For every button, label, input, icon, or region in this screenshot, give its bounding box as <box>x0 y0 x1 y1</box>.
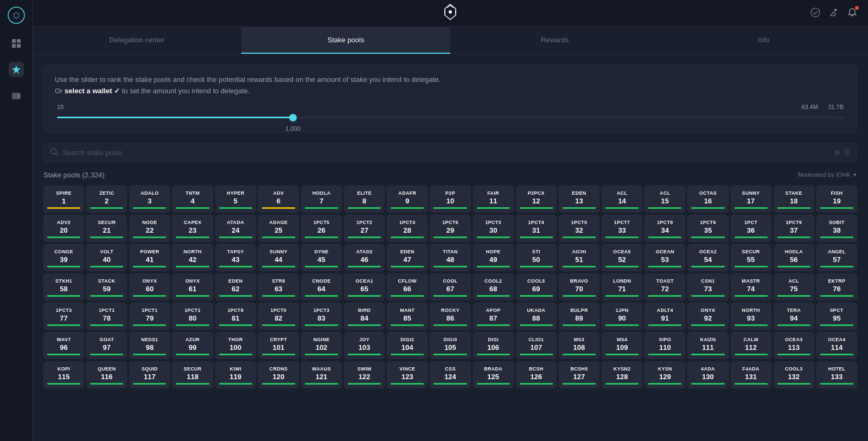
pool-card[interactable]: KYSN 129 <box>644 361 685 388</box>
tab-delegation-center[interactable]: Delegation center <box>33 27 241 54</box>
pool-card[interactable]: SUNNY 44 <box>258 244 299 271</box>
pool-card[interactable]: SECUR 21 <box>86 215 127 242</box>
pool-card[interactable]: ACL 15 <box>644 186 685 213</box>
pool-card[interactable]: TERA 94 <box>774 303 814 330</box>
pool-card[interactable]: GOAT 97 <box>86 332 127 359</box>
pool-card[interactable]: ATADA 24 <box>215 215 256 242</box>
pool-card[interactable]: BIRD 84 <box>344 303 385 330</box>
tab-stake-pools[interactable]: Stake pools <box>241 27 450 54</box>
pool-card[interactable]: SQUID 117 <box>129 361 170 388</box>
sidebar-item-wallet[interactable] <box>9 88 24 103</box>
pool-card[interactable]: 1PCT6 35 <box>687 215 728 242</box>
pool-card[interactable]: ONYX 60 <box>129 273 170 301</box>
pool-card[interactable]: OCEA5 52 <box>602 244 642 271</box>
pool-card[interactable]: F4ADA 131 <box>731 361 771 388</box>
pool-card[interactable]: KOPI 115 <box>43 361 84 388</box>
pool-card[interactable]: 1PCT5 26 <box>301 215 342 242</box>
pool-card[interactable]: 1PCT7 33 <box>602 215 642 242</box>
pool-card[interactable]: ONYX 92 <box>687 303 728 330</box>
pool-card[interactable]: BRAVO 70 <box>559 273 599 301</box>
notification-icon[interactable] <box>847 8 857 20</box>
pool-card[interactable]: DYNE 45 <box>301 244 342 271</box>
pool-card[interactable]: TNTM 4 <box>172 186 213 213</box>
pool-card[interactable]: 1PCT 36 <box>731 215 771 242</box>
pool-card[interactable]: CNODE 64 <box>301 273 342 301</box>
pool-card[interactable]: KIWI 119 <box>215 361 256 388</box>
pool-card[interactable]: MS4 109 <box>602 332 642 359</box>
pool-card[interactable]: NORTH 42 <box>172 244 213 271</box>
pool-card[interactable]: 1PCT6 29 <box>430 215 470 242</box>
pool-card[interactable]: SPIRE 1 <box>43 186 84 213</box>
select-wallet-link[interactable]: select a wallet ✓ <box>65 87 120 95</box>
pool-card[interactable]: OCEA1 65 <box>344 273 385 301</box>
pool-card[interactable]: LONDN 71 <box>602 273 642 301</box>
pool-card[interactable]: STKH1 58 <box>43 273 84 301</box>
pool-card[interactable]: ONYX 61 <box>172 273 213 301</box>
pool-card[interactable]: SECUR 55 <box>731 244 771 271</box>
pool-card[interactable]: EDEN 62 <box>215 273 256 301</box>
pool-card[interactable]: ADAFR 9 <box>387 186 427 213</box>
pool-card[interactable]: WAAUS 121 <box>301 361 342 388</box>
pool-card[interactable]: 1PCT1 79 <box>129 303 170 330</box>
pool-card[interactable]: FAIR 11 <box>473 186 514 213</box>
pool-card[interactable]: BCSH0 127 <box>559 361 599 388</box>
pool-card[interactable]: APOP 87 <box>473 303 514 330</box>
pool-card[interactable]: DIGI3 105 <box>430 332 470 359</box>
pool-card[interactable]: SUNNY 17 <box>731 186 771 213</box>
slider-thumb[interactable] <box>289 114 297 122</box>
pool-card[interactable]: 1PCT4 28 <box>387 215 427 242</box>
pool-card[interactable]: DIGI2 104 <box>387 332 427 359</box>
pool-card[interactable]: 1PCT1 78 <box>86 303 127 330</box>
pool-card[interactable]: VOLT 40 <box>86 244 127 271</box>
pool-card[interactable]: CALM 112 <box>731 332 771 359</box>
pool-card[interactable]: OCEA2 54 <box>687 244 728 271</box>
pool-card[interactable]: NORTH 93 <box>731 303 771 330</box>
pool-card[interactable]: KAIZN 111 <box>687 332 728 359</box>
pool-card[interactable]: 1PCT9 37 <box>774 215 814 242</box>
pool-card[interactable]: OCEA3 113 <box>774 332 814 359</box>
pool-card[interactable]: 1PCT8 34 <box>644 215 685 242</box>
pool-card[interactable]: 1PCT2 27 <box>344 215 385 242</box>
pool-card[interactable]: 4ADA 130 <box>687 361 728 388</box>
pool-card[interactable]: TAPSY 43 <box>215 244 256 271</box>
pool-card[interactable]: CAPEX 23 <box>172 215 213 242</box>
pool-card[interactable]: ADAGE 25 <box>258 215 299 242</box>
pool-card[interactable]: EKTRP 76 <box>816 273 857 301</box>
pool-card[interactable]: 1PCT3 77 <box>43 303 84 330</box>
pool-card[interactable]: CRYPT 101 <box>258 332 299 359</box>
pool-card[interactable]: OCEAN 53 <box>644 244 685 271</box>
pool-card[interactable]: 1PCT0 32 <box>559 215 599 242</box>
pool-card[interactable]: 1JPN 90 <box>602 303 642 330</box>
pool-card[interactable]: OCEA4 114 <box>816 332 857 359</box>
pool-card[interactable]: 1PCT3 83 <box>301 303 342 330</box>
pool-card[interactable]: COOL5 69 <box>516 273 557 301</box>
pool-card[interactable]: 1PCT4 31 <box>516 215 557 242</box>
pool-card[interactable]: AZUR 99 <box>172 332 213 359</box>
pool-card[interactable]: AICHI 51 <box>559 244 599 271</box>
pool-card[interactable]: CFLOW 66 <box>387 273 427 301</box>
pool-card[interactable]: ACL 14 <box>602 186 642 213</box>
pool-card[interactable]: ADALO 3 <box>129 186 170 213</box>
pool-card[interactable]: ADV2 20 <box>43 215 84 242</box>
pool-card[interactable]: STAKE 18 <box>774 186 814 213</box>
pool-card[interactable]: SWIM 122 <box>344 361 385 388</box>
sidebar-item-stake[interactable] <box>9 62 24 77</box>
pool-card[interactable]: STI 50 <box>516 244 557 271</box>
pool-card[interactable]: NGINE 102 <box>301 332 342 359</box>
pool-card[interactable]: SIPO 110 <box>644 332 685 359</box>
sidebar-item-home[interactable] <box>9 36 24 51</box>
pool-card[interactable]: COOL3 132 <box>774 361 814 388</box>
pool-card[interactable]: 1PCT0 82 <box>258 303 299 330</box>
pool-card[interactable]: EDEN 47 <box>387 244 427 271</box>
pool-card[interactable]: ATAD2 46 <box>344 244 385 271</box>
pool-card[interactable]: 1PCT3 30 <box>473 215 514 242</box>
pool-card[interactable]: ADV 6 <box>258 186 299 213</box>
pool-card[interactable]: UKADA 88 <box>516 303 557 330</box>
pool-card[interactable]: P2P 10 <box>430 186 470 213</box>
pool-card[interactable]: 0PCT 95 <box>816 303 857 330</box>
tab-info[interactable]: Info <box>659 27 868 54</box>
pool-card[interactable]: EDEN 13 <box>559 186 599 213</box>
pool-card[interactable]: ROCKY 86 <box>430 303 470 330</box>
pool-card[interactable]: DIGI 106 <box>473 332 514 359</box>
pool-card[interactable]: TITAN 48 <box>430 244 470 271</box>
